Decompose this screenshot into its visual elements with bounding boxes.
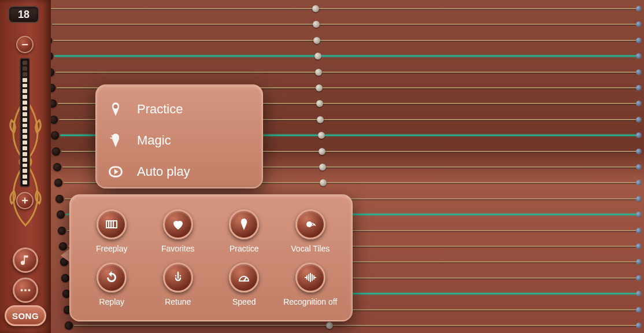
tool-label: Vocal Tiles — [291, 244, 330, 253]
play-icon — [107, 163, 124, 180]
keys-icon — [97, 209, 127, 239]
mode-magic[interactable]: Magic — [107, 125, 251, 156]
song-button[interactable]: SONG — [5, 305, 46, 326]
tool-gauge[interactable]: Speed — [212, 259, 276, 310]
more-button[interactable] — [13, 278, 38, 303]
minus-button[interactable]: − — [16, 36, 34, 53]
pick-star-icon — [107, 132, 124, 149]
tool-replay[interactable]: Replay — [80, 259, 144, 310]
svg-point-3 — [28, 289, 30, 291]
mode-label: Practice — [137, 102, 183, 117]
tool-label: Speed — [232, 297, 256, 306]
tool-heart[interactable]: Favorites — [146, 206, 210, 257]
svg-point-4 — [114, 105, 118, 109]
string[interactable] — [0, 8, 644, 9]
tool-label: Practice — [230, 244, 259, 253]
tool-label: Replay — [99, 297, 124, 306]
panel-pointer — [61, 249, 70, 262]
meter-bar[interactable] — [20, 58, 30, 187]
meter: − + — [16, 36, 34, 209]
string[interactable] — [0, 87, 644, 88]
tool-voice[interactable]: Vocal Tiles — [279, 206, 343, 257]
tool-label: Recognition off — [283, 297, 337, 306]
svg-point-6 — [306, 221, 312, 227]
heart-icon — [163, 209, 193, 239]
modes-panel: Practice Magic Auto play — [95, 84, 263, 188]
tune-icon — [163, 262, 193, 293]
voice-icon — [295, 209, 325, 239]
svg-point-1 — [21, 289, 23, 291]
replay-icon — [97, 262, 127, 293]
mode-practice[interactable]: Practice — [107, 94, 251, 125]
tool-label: Favorites — [161, 244, 195, 253]
tool-tune[interactable]: Retune — [146, 259, 210, 310]
tools-panel: FreeplayFavoritesPracticeVocal TilesRepl… — [69, 194, 353, 321]
string[interactable] — [0, 72, 644, 73]
string[interactable] — [0, 325, 644, 326]
string[interactable] — [0, 56, 644, 57]
tool-pick[interactable]: Practice — [212, 206, 276, 257]
mode-label: Auto play — [137, 164, 190, 179]
pick-icon — [229, 209, 259, 239]
string[interactable] — [0, 40, 644, 41]
tool-label: Retune — [165, 297, 191, 306]
string-counter: 18 — [8, 6, 39, 23]
gauge-icon — [229, 262, 259, 293]
tool-keys[interactable]: Freeplay — [80, 206, 144, 257]
pick-mic-icon — [107, 101, 124, 118]
mode-label: Magic — [137, 133, 171, 148]
wave-icon — [295, 262, 325, 293]
tool-wave[interactable]: Recognition off — [279, 259, 343, 310]
plus-button[interactable]: + — [16, 192, 34, 209]
svg-point-2 — [24, 289, 27, 291]
string[interactable] — [0, 24, 644, 25]
music-button[interactable] — [13, 247, 38, 273]
mode-autoplay[interactable]: Auto play — [107, 156, 251, 187]
tool-label: Freeplay — [96, 244, 127, 253]
